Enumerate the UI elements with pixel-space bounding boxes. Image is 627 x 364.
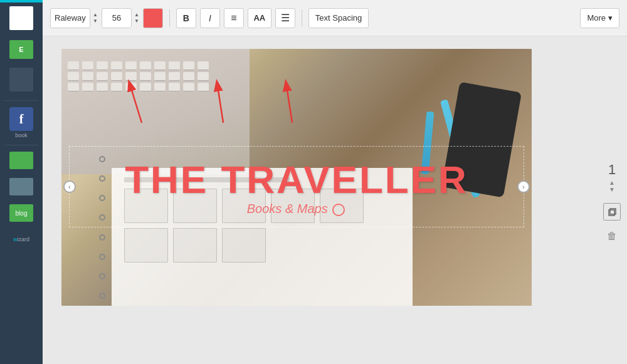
more-button[interactable]: More ▾ bbox=[580, 8, 619, 28]
sidebar-divider2 bbox=[4, 145, 38, 145]
italic-button[interactable]: I bbox=[200, 8, 220, 28]
sidebar-green2-element bbox=[9, 152, 33, 169]
right-panel: 1 ▲ ▼ 🗑 bbox=[597, 36, 627, 364]
font-size-input[interactable] bbox=[102, 8, 132, 28]
text-selection-area[interactable]: ‹ › THE TRAVELLER Books & Maps bbox=[69, 146, 524, 227]
content-area: ‹ › THE TRAVELLER Books & Maps 1 ▲ ▼ bbox=[43, 36, 627, 364]
sidebar-item-facebook[interactable]: f book bbox=[0, 103, 43, 142]
sidebar-item-grey[interactable] bbox=[0, 174, 43, 200]
toolbar: Raleway ▲ ▼ ▲ ▼ B I ≡ bbox=[43, 0, 627, 36]
separator2 bbox=[302, 9, 302, 27]
duplicate-icon bbox=[607, 207, 617, 217]
font-family-select[interactable]: Raleway bbox=[50, 8, 90, 28]
font-family-arrows[interactable]: ▲ ▼ bbox=[93, 12, 98, 24]
bold-button[interactable]: B bbox=[176, 8, 196, 28]
selection-handle-right[interactable]: › bbox=[517, 180, 530, 193]
sidebar-item-green2[interactable] bbox=[0, 148, 43, 174]
sidebar-grey-element bbox=[9, 178, 33, 195]
sidebar-item-dark[interactable] bbox=[0, 64, 43, 98]
color-picker[interactable] bbox=[143, 8, 163, 28]
font-size-control: ▲ ▼ bbox=[102, 8, 139, 28]
canvas-area: ‹ › THE TRAVELLER Books & Maps bbox=[43, 36, 597, 364]
wizard-element: wizard bbox=[9, 231, 33, 248]
font-size-arrows[interactable]: ▲ ▼ bbox=[134, 12, 139, 24]
separator1 bbox=[169, 9, 170, 27]
canvas-main-title[interactable]: THE TRAVELLER bbox=[125, 157, 468, 202]
page-number-control: 1 ▲ ▼ bbox=[608, 162, 616, 193]
sidebar-item-green[interactable]: E bbox=[0, 36, 43, 64]
sidebar-facebook-label: book bbox=[15, 132, 28, 138]
font-family-control: Raleway ▲ ▼ bbox=[50, 8, 98, 28]
image-canvas[interactable]: ‹ › THE TRAVELLER Books & Maps bbox=[61, 49, 532, 306]
duplicate-button[interactable] bbox=[603, 203, 621, 221]
delete-button[interactable]: 🗑 bbox=[607, 231, 617, 242]
selection-handle-left[interactable]: ‹ bbox=[63, 180, 76, 193]
sidebar-dark-element bbox=[9, 68, 33, 91]
page-number: 1 bbox=[608, 162, 616, 178]
canvas-subtitle[interactable]: Books & Maps bbox=[247, 202, 347, 216]
refresh-icon bbox=[332, 204, 345, 216]
sidebar-green-element: E bbox=[9, 40, 33, 59]
page-arrows[interactable]: ▲ ▼ bbox=[609, 179, 615, 193]
align-button[interactable]: ≡ bbox=[224, 8, 244, 28]
text-size-button[interactable]: AA bbox=[248, 8, 271, 28]
list-button[interactable]: ☰ bbox=[275, 8, 295, 28]
sidebar-item-wizard[interactable]: wizard bbox=[0, 227, 43, 252]
sidebar-item-blog[interactable]: blog bbox=[0, 200, 43, 227]
blog-element: blog bbox=[9, 204, 33, 222]
keyboard-keys bbox=[68, 61, 210, 91]
sidebar-divider bbox=[4, 100, 38, 101]
facebook-icon: f bbox=[9, 107, 33, 131]
main-area: Raleway ▲ ▼ ▲ ▼ B I ≡ bbox=[43, 0, 627, 364]
sidebar-white-element bbox=[9, 6, 33, 30]
sidebar: E f book blog wizard bbox=[0, 0, 43, 364]
sidebar-item-white[interactable] bbox=[0, 3, 43, 36]
text-spacing-button[interactable]: Text Spacing bbox=[308, 8, 369, 28]
